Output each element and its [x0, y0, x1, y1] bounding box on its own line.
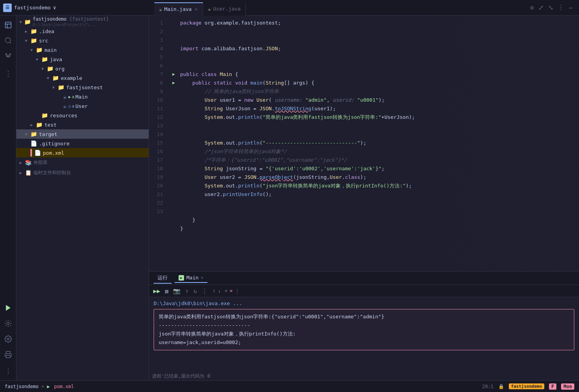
settings-icon[interactable]: ⊙ — [530, 4, 534, 11]
tree-idea[interactable]: ▶ 📁 .idea — [16, 26, 149, 36]
top-bar-icons: ⊙ ⤢ ⤡ ⋮ — — [530, 4, 573, 11]
code-line-6: ▶ public static void main(String[] args)… — [172, 79, 574, 87]
svg-point-7 — [7, 338, 9, 340]
main-layout: ⋮ ⋮ ▼ 📁 fastjsondemo [fastjsonte — [0, 16, 579, 380]
top-bar: ☰ fastjsondemo ∨ ☕ Main.java ✕ ☕ User.ja… — [0, 0, 579, 16]
code-line-9: String UserJson = JSON.toJSONString(user… — [172, 104, 574, 113]
status-branch-icon: ▶ — [47, 384, 50, 389]
code-line-16: User user2 = JSON.parseObject(jsonString… — [172, 173, 574, 182]
restart-btn[interactable]: ▶▶ — [152, 286, 161, 296]
console-line-5: username=jack,userid=u0002; — [159, 338, 569, 347]
code-line-21: } — [172, 224, 574, 233]
status-mon: Mon — [561, 383, 574, 390]
tree-gitignore[interactable]: 📄 .gitignore — [16, 139, 149, 148]
tree-external-libs[interactable]: ▶ 📚 外部库 — [16, 157, 149, 168]
code-line-17: System.out.println("json字符串转换简单的java对象，执… — [172, 182, 574, 190]
sidebar-icons: ⋮ ⋮ — [0, 16, 16, 380]
svg-rect-8 — [6, 355, 10, 358]
tree-src[interactable]: ▼ 📁 src — [16, 36, 149, 45]
status-right: 20:1 🔒 fastjsondemo F Mon — [482, 383, 574, 390]
code-line-5: ▶ public class Main { — [172, 70, 574, 79]
bottom-toolbar: ▶▶ ■ 📷 ↑ ↻ ⋮ ↑ ↓ ≡ ≡ ⋮ — [149, 285, 579, 297]
code-line-14: /*字符串：{"userid":"u0002","username":"jack… — [172, 156, 574, 164]
status-position: 20:1 — [482, 384, 494, 389]
run-tab-icon: ▶ — [179, 275, 184, 281]
top-bar-left: ☰ fastjsondemo ∨ — [3, 4, 151, 12]
tree-main[interactable]: ▼ 📁 main — [16, 45, 149, 55]
main-run-tab[interactable]: ▶ Main ✕ — [175, 273, 207, 283]
sidebar-search-icon[interactable] — [1, 34, 15, 48]
tree-example[interactable]: ▼ 📁 example — [16, 73, 149, 83]
tree-root[interactable]: ▼ 📁 fastjsondemo [fastjsontest] D:\Java\… — [16, 17, 149, 26]
run-tab-name: Main — [186, 275, 198, 281]
run-tab-label[interactable]: 运行 — [154, 273, 172, 284]
stop-btn[interactable]: ■ — [164, 286, 170, 296]
minimize-icon[interactable]: — — [569, 4, 573, 11]
more-icon[interactable]: ⋮ — [558, 4, 564, 11]
tree-fastjsontest[interactable]: ▼ 📁 fastjsontest — [16, 83, 149, 92]
menu-icon[interactable]: ☰ — [3, 4, 12, 12]
code-line-2 — [172, 27, 574, 44]
sidebar-settings-icon[interactable] — [1, 332, 15, 346]
more-tools-btn[interactable]: ⋮ — [235, 288, 240, 294]
svg-rect-0 — [5, 22, 11, 28]
close-run-tab[interactable]: ✕ — [201, 275, 204, 280]
code-line-15: String jsonString = "{'userid':'u0002','… — [172, 164, 574, 173]
tab-main-java[interactable]: ☕ Main.java ✕ — [154, 2, 203, 16]
tree-user-java[interactable]: ☕ ○ a User — [16, 101, 149, 111]
export-btn[interactable]: ↑ — [184, 286, 190, 296]
tree-target[interactable]: ▼ 📁 target — [16, 129, 149, 139]
line-numbers: 12345 678910 1112131415 1617181920 21222… — [149, 16, 168, 271]
tab-user-label: User.java — [213, 6, 241, 12]
tab-user-icon: ☕ — [208, 6, 211, 12]
console-content[interactable]: D:\Java\jdk8\bin\java.exe ... 简单的java类利用… — [149, 297, 579, 372]
refresh-btn[interactable]: ↻ — [192, 286, 198, 296]
screenshot-btn[interactable]: 📷 — [172, 286, 182, 296]
sidebar-files-icon[interactable] — [1, 18, 15, 32]
file-tree: ▼ 📁 fastjsondemo [fastjsontest] D:\Java\… — [16, 16, 149, 380]
tree-main-java[interactable]: ☕ ▶ a Main — [16, 92, 149, 101]
svg-point-6 — [7, 323, 9, 325]
code-line-3: import com.alibaba.fastjson.JSON; — [172, 44, 574, 53]
tree-pom-xml[interactable]: 📄 pom.xml — [16, 148, 149, 157]
code-line-22 — [172, 233, 574, 250]
code-content[interactable]: package org.example.fastjsontest; import… — [168, 16, 579, 271]
tab-main-label: Main.java — [164, 6, 191, 12]
more-run-btn[interactable]: ⋮ — [200, 286, 209, 296]
status-lock-icon: 🔒 — [498, 384, 504, 389]
status-bar: fastjsondemo > ▶ pom.xml 20:1 🔒 fastjson… — [0, 380, 579, 392]
tab-user-java[interactable]: ☕ User.java — [203, 2, 246, 16]
sidebar-run-icon[interactable] — [1, 301, 15, 315]
tree-test[interactable]: ▶ 📁 test — [16, 120, 149, 129]
sidebar-vcs-icon[interactable] — [1, 49, 15, 63]
console-output-box: 简单的java类利用fastjson转换为json字符串:{"userid":"… — [154, 309, 574, 350]
expand-icon[interactable]: ⤢ — [538, 4, 544, 11]
tree-resources[interactable]: 📁 resources — [16, 111, 149, 120]
tab-close-main[interactable]: ✕ — [194, 6, 198, 12]
bottom-panel: 运行 ▶ Main ✕ ▶▶ ■ 📷 ↑ ↻ ⋮ ↑ ↓ ≡ ≡ ⋮ — [149, 271, 579, 380]
console-line-2: ------------------------------ — [159, 321, 569, 330]
code-line-8: User user1 = new User( username: "admin"… — [172, 96, 574, 104]
status-project: fastjsondemo > ▶ pom.xml — [5, 384, 74, 389]
tab-java-icon: ☕ — [159, 7, 162, 12]
status-project-badge: fastjsondemo — [509, 383, 544, 389]
bottom-tab-bar: 运行 ▶ Main ✕ — [149, 272, 579, 285]
svg-marker-5 — [6, 305, 11, 311]
tree-java[interactable]: ▼ 📁 java — [16, 55, 149, 64]
sidebar-more-icon[interactable]: ⋮ — [1, 66, 15, 80]
filter-btn[interactable]: ≡ — [230, 288, 232, 293]
sidebar-debug-icon[interactable] — [1, 316, 15, 330]
code-line-1: package org.example.fastjsontest; — [172, 19, 574, 27]
align-btn[interactable]: ≡ — [225, 288, 228, 293]
code-line-19 — [172, 199, 574, 216]
sidebar-print-icon[interactable] — [1, 348, 15, 362]
svg-point-4 — [9, 53, 11, 55]
sidebar-extra-icon[interactable]: ⋮ — [1, 363, 15, 377]
collapse-icon[interactable]: ⤡ — [548, 4, 553, 11]
tree-scratch[interactable]: ▶ 📋 临时文件和控制台 — [16, 168, 149, 178]
code-editor[interactable]: 12345 678910 1112131415 1617181920 21222… — [149, 16, 579, 271]
scroll-down-btn[interactable]: ↓ — [218, 288, 221, 294]
tree-org[interactable]: ▼ 📁 org — [16, 64, 149, 73]
sidebar-bottom-icons: ⋮ — [1, 301, 15, 380]
scroll-up-btn[interactable]: ↑ — [212, 288, 216, 294]
